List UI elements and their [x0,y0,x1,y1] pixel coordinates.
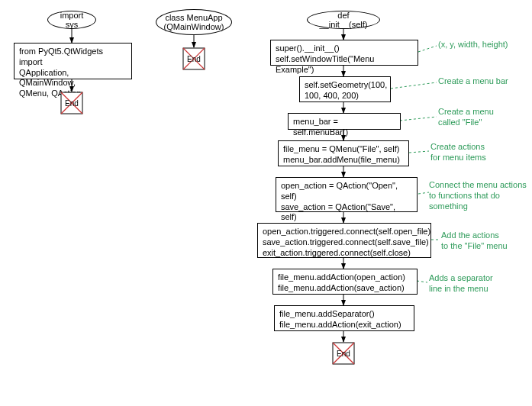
box-geometry-text: self.setGeometry(100,100, 400, 200) [305,80,387,100]
start-init-label: def __init__(self) [314,11,373,29]
start-node-import-sys: import sys [47,11,96,29]
box-connect-text: open_action.triggered.connect(self.open_… [263,227,430,257]
comment-create-menubar: Create a menu bar [438,76,508,87]
comment-xywh: (x, y, width, height) [438,40,508,50]
svg-line-17 [418,192,429,194]
box-menubar: menu_bar = self.menuBar() [288,113,401,130]
comment-create-file-text: Create a menucalled "File" [438,107,494,127]
box-actions: open_action = QAction("Open", self)save_… [276,177,418,212]
box-imports: from PyQt5.QtWidgets importQApplication,… [14,43,132,79]
box-menubar-text: menu_bar = self.menuBar() [293,117,348,137]
comment-separator-text: Adds a separatorline in the menu [429,273,493,293]
box-separator: file_menu.addSeparator()file_menu.addAct… [274,305,414,331]
start-label: import sys [54,11,89,29]
box-separator-text: file_menu.addSeparator()file_menu.addAct… [279,309,401,329]
box-geometry: self.setGeometry(100,100, 400, 200) [299,76,391,102]
comment-create-file: Create a menucalled "File" [438,107,494,128]
start-node-class: class MenuApp(QMainWindow) [156,9,232,35]
end-label-col3: End [337,350,350,358]
svg-line-13 [418,46,437,52]
flowchart-canvas: import sys from PyQt5.QtWidgets importQA… [0,0,532,406]
svg-line-19 [417,281,427,282]
comment-create-menubar-text: Create a menu bar [438,76,508,85]
end-node-col3: End [332,342,355,365]
end-label-col2: End [187,55,201,63]
comment-add-actions: Add the actionsto the "File" menu [441,230,508,252]
box-file-menu: file_menu = QMenu("File", self)menu_bar.… [278,140,409,166]
comment-create-actions-text: Create actionsfor menu items [430,142,486,162]
box-super-title: super().__init__()self.setWindowTitle("M… [270,40,418,66]
comment-create-actions: Create actionsfor menu items [430,142,486,163]
comment-separator: Adds a separatorline in the menu [429,273,493,295]
comment-connect: Connect the menu actionsto functions tha… [429,180,527,211]
box-add-actions-text: file_menu.addAction(open_action)file_men… [278,272,405,292]
end-node-col1: End [60,92,83,114]
end-label-col1: End [65,99,79,108]
comment-connect-text: Connect the menu actionsto functions tha… [429,180,527,211]
box-add-actions: file_menu.addAction(open_action)file_men… [272,269,418,295]
svg-line-16 [409,151,429,153]
box-connect: open_action.triggered.connect(self.open_… [257,223,431,258]
comment-add-actions-text: Add the actionsto the "File" menu [441,230,508,250]
box-file-menu-text: file_menu = QMenu("File", self)menu_bar.… [283,144,400,164]
svg-line-14 [391,82,437,89]
start-class-label: class MenuApp(QMainWindow) [164,13,224,31]
svg-line-15 [400,117,437,121]
start-node-init: def __init__(self) [307,11,380,29]
comment-xywh-text: (x, y, width, height) [438,40,508,49]
end-node-col2: End [182,47,205,70]
